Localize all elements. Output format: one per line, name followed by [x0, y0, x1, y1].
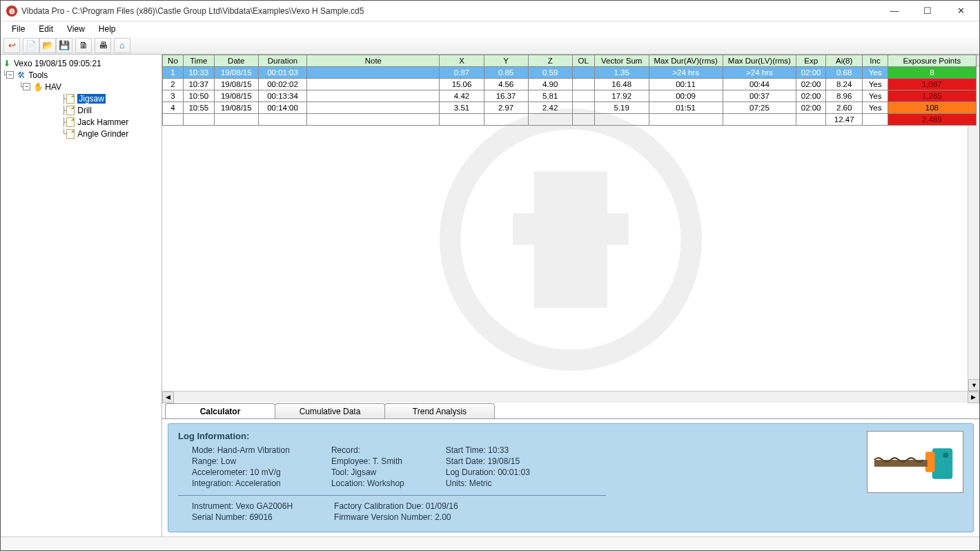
cell-vsum[interactable]: 1.35 [594, 67, 649, 79]
cell-ai8[interactable]: 2.60 [825, 102, 862, 114]
col-ai-8-[interactable]: Ai(8) [825, 55, 862, 67]
cell-vsum[interactable]: 17.92 [594, 90, 649, 102]
tree-hav[interactable]: └ − ✋ HAV [2, 81, 160, 93]
tree-panel[interactable]: ⬇ Vexo 19/08/15 09:05:21 └ − 🛠 Tools └ −… [1, 55, 162, 536]
cell-exp[interactable]: 02:00 [796, 90, 826, 102]
cell-ol[interactable] [572, 79, 594, 90]
cell-maxlv[interactable]: >24 hrs [723, 67, 796, 79]
cell-ai8[interactable]: 0.68 [825, 67, 862, 79]
cell-note[interactable] [307, 90, 440, 102]
tree-root[interactable]: ⬇ Vexo 19/08/15 09:05:21 [2, 57, 160, 69]
col-x[interactable]: X [440, 55, 484, 67]
cell-exp[interactable]: 02:00 [796, 79, 826, 90]
tree-tools[interactable]: └ − 🛠 Tools [2, 69, 160, 81]
cell-ol[interactable] [572, 90, 594, 102]
cell-y[interactable]: 16.37 [484, 90, 528, 102]
cell-maxav[interactable]: 00:11 [649, 79, 723, 90]
cell-inc[interactable]: Yes [863, 79, 888, 90]
menu-view[interactable]: View [61, 23, 90, 35]
cell-exp[interactable]: 02:00 [796, 67, 826, 79]
col-note[interactable]: Note [307, 55, 440, 67]
scroll-right-icon[interactable]: ▶ [968, 392, 979, 403]
tree-item-jack-hammer[interactable]: ├Jack Hammer [2, 116, 160, 128]
tab-trend[interactable]: Trend Analysis [384, 403, 495, 418]
cell-time[interactable]: 10:37 [183, 79, 214, 90]
close-button[interactable]: ✕ [950, 4, 971, 18]
cell-y[interactable]: 2.97 [484, 102, 528, 114]
col-y[interactable]: Y [484, 55, 528, 67]
tree-item-angle-grinder[interactable]: └Angle Grinder [2, 128, 160, 139]
cell-time[interactable]: 10:33 [183, 67, 214, 79]
data-table[interactable]: NoTimeDateDurationNoteXYZOLVector SumMax… [162, 55, 977, 126]
cell-ep[interactable]: 1,087 [888, 79, 976, 90]
cell-date[interactable]: 19/08/15 [214, 79, 258, 90]
home-button[interactable]: ⌂ [114, 38, 130, 53]
col-inc[interactable]: Inc [863, 55, 888, 67]
tab-cumulative[interactable]: Cumulative Data [275, 403, 385, 418]
cell-maxav[interactable]: 00:09 [649, 90, 723, 102]
cell-note[interactable] [307, 102, 440, 114]
cell-ai8[interactable]: 8.24 [825, 79, 862, 90]
menu-edit[interactable]: Edit [33, 23, 59, 35]
cell-time[interactable]: 10:50 [183, 90, 214, 102]
cell-ep[interactable]: 108 [888, 102, 976, 114]
cell-vsum[interactable]: 16.48 [594, 79, 649, 90]
cell-time[interactable]: 10:55 [183, 102, 214, 114]
undo-button[interactable]: ↩ [3, 38, 20, 53]
cell-no[interactable]: 1 [163, 67, 184, 79]
cell-date[interactable]: 19/08/15 [214, 67, 258, 79]
table-row[interactable]: 210:3719/08/1500:02:0215.064.564.9016.48… [163, 79, 977, 90]
cell-maxav[interactable]: 01:51 [649, 102, 723, 114]
tree-toggle-hav[interactable]: − [23, 83, 30, 90]
cell-duration[interactable]: 00:14:00 [258, 102, 306, 114]
cell-date[interactable]: 19/08/15 [214, 90, 258, 102]
cell-date[interactable]: 19/08/15 [214, 102, 258, 114]
col-no[interactable]: No [163, 55, 184, 67]
table-row[interactable]: 410:5519/08/1500:14:003.512.972.425.1901… [163, 102, 977, 114]
tab-calculator[interactable]: Calculator [165, 403, 275, 418]
cell-duration[interactable]: 00:13:34 [258, 90, 306, 102]
menu-help[interactable]: Help [93, 23, 121, 35]
col-date[interactable]: Date [214, 55, 258, 67]
cell-y[interactable]: 4.56 [484, 79, 528, 90]
cell-maxlv[interactable]: 07:25 [723, 102, 796, 114]
cell-y[interactable]: 0.85 [484, 67, 528, 79]
cell-no[interactable]: 2 [163, 79, 184, 90]
cell-duration[interactable]: 00:02:02 [258, 79, 306, 90]
col-vector-sum[interactable]: Vector Sum [594, 55, 649, 67]
menu-file[interactable]: File [6, 23, 30, 35]
col-exp[interactable]: Exp [796, 55, 826, 67]
cell-exp[interactable]: 02:00 [796, 102, 826, 114]
col-z[interactable]: Z [528, 55, 572, 67]
cell-x[interactable]: 4.42 [440, 90, 484, 102]
new-button[interactable]: 📄 [23, 38, 39, 53]
col-time[interactable]: Time [183, 55, 214, 67]
scroll-down-icon[interactable]: ▼ [968, 379, 979, 391]
tree-item-drill[interactable]: ├Drill [2, 104, 160, 116]
cell-duration[interactable]: 00:01:03 [258, 67, 306, 79]
save-button[interactable]: 💾 [56, 38, 72, 53]
cell-x[interactable]: 15.06 [440, 79, 484, 90]
cell-note[interactable] [307, 79, 440, 90]
table-row[interactable]: 110:3319/08/1500:01:030.870.850.591.35>2… [163, 67, 977, 79]
cell-no[interactable]: 4 [163, 102, 184, 114]
cell-ol[interactable] [572, 67, 594, 79]
maximize-button[interactable]: ☐ [917, 4, 938, 18]
cell-no[interactable]: 3 [163, 90, 184, 102]
tree-item-jigsaw[interactable]: ├Jigsaw [2, 93, 160, 104]
col-exposure-points[interactable]: Exposure Points [888, 55, 976, 67]
table-row[interactable]: 310:5019/08/1500:13:344.4216.375.8117.92… [163, 90, 977, 102]
cell-maxlv[interactable]: 00:37 [723, 90, 796, 102]
cell-maxlv[interactable]: 00:44 [723, 79, 796, 90]
cell-note[interactable] [307, 67, 440, 79]
scroll-left-icon[interactable]: ◀ [162, 392, 174, 403]
cell-x[interactable]: 3.51 [440, 102, 484, 114]
cell-ep[interactable]: 8 [888, 67, 976, 79]
open-button[interactable]: 📂 [39, 38, 56, 53]
col-duration[interactable]: Duration [258, 55, 306, 67]
doc-button[interactable]: 🗎 [75, 38, 92, 53]
tree-toggle-tools[interactable]: − [6, 71, 14, 79]
cell-z[interactable]: 5.81 [528, 90, 572, 102]
cell-x[interactable]: 0.87 [440, 67, 484, 79]
cell-maxav[interactable]: >24 hrs [649, 67, 723, 79]
